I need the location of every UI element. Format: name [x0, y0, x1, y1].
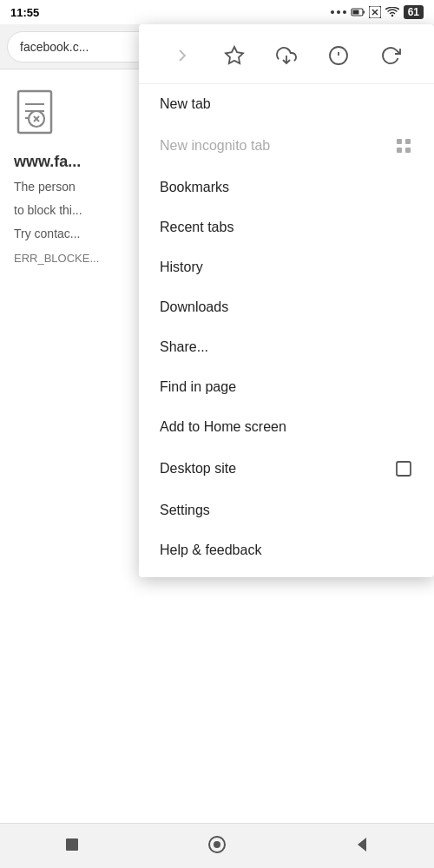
download-button[interactable] — [269, 38, 304, 73]
svg-point-1 — [337, 10, 340, 14]
battery-level: 61 — [404, 5, 424, 19]
menu-item-desktop-site-label: Desktop site — [160, 461, 236, 477]
menu-item-incognito-label: New incognito tab — [160, 138, 270, 154]
menu-item-history-label: History — [160, 260, 203, 275]
svg-point-28 — [214, 841, 220, 848]
menu-item-recent-tabs-label: Recent tabs — [160, 220, 233, 235]
stop-icon — [63, 836, 81, 853]
svg-rect-5 — [363, 11, 365, 14]
menu-item-downloads[interactable]: Downloads — [139, 287, 434, 327]
incognito-grid-icon — [394, 136, 413, 155]
stop-button[interactable] — [63, 836, 81, 857]
svg-rect-23 — [397, 148, 402, 153]
svg-rect-25 — [397, 462, 411, 476]
svg-point-2 — [343, 10, 346, 14]
menu-item-share-label: Share... — [160, 339, 208, 355]
menu-item-desktop-site[interactable]: Desktop site — [139, 447, 434, 490]
wifi-icon — [385, 7, 399, 17]
svg-point-0 — [331, 10, 334, 14]
battery-case-icon — [351, 7, 365, 17]
menu-item-help-feedback-label: Help & feedback — [160, 542, 261, 558]
menu-item-settings-label: Settings — [160, 503, 210, 518]
menu-item-settings[interactable]: Settings — [139, 490, 434, 530]
url-text: facebook.c... — [20, 40, 89, 54]
home-button[interactable] — [207, 835, 227, 858]
svg-marker-16 — [226, 47, 243, 63]
svg-rect-26 — [66, 838, 78, 851]
menu-item-help-feedback[interactable]: Help & feedback — [139, 530, 434, 570]
menu-item-bookmarks[interactable]: Bookmarks — [139, 168, 434, 207]
forward-button[interactable] — [165, 38, 200, 73]
menu-item-new-tab[interactable]: New tab — [139, 84, 434, 124]
status-time: 11:55 — [10, 6, 39, 19]
dropdown-menu: New tab New incognito tab Bookmarks Rece… — [139, 24, 434, 577]
svg-rect-22 — [405, 139, 411, 144]
menu-item-add-to-home[interactable]: Add to Home screen — [139, 407, 434, 447]
menu-item-new-incognito-tab[interactable]: New incognito tab — [139, 124, 434, 168]
svg-rect-4 — [352, 10, 358, 15]
menu-item-recent-tabs[interactable]: Recent tabs — [139, 207, 434, 247]
menu-item-history[interactable]: History — [139, 247, 434, 287]
svg-rect-24 — [405, 148, 411, 153]
status-icons: 61 — [331, 5, 424, 19]
x-icon — [369, 6, 381, 18]
menu-item-share[interactable]: Share... — [139, 327, 434, 367]
error-icon — [14, 87, 66, 139]
menu-item-new-tab-label: New tab — [160, 96, 211, 112]
status-bar: 11:55 61 — [0, 0, 434, 24]
back-button[interactable] — [353, 836, 371, 857]
menu-icon-row — [139, 24, 434, 84]
refresh-button[interactable] — [373, 38, 408, 73]
menu-item-bookmarks-label: Bookmarks — [160, 180, 229, 195]
menu-item-downloads-label: Downloads — [160, 299, 228, 315]
more-icon — [331, 10, 346, 15]
svg-marker-29 — [358, 838, 366, 852]
bookmark-button[interactable] — [217, 38, 252, 73]
desktop-site-checkbox-icon — [394, 459, 413, 478]
menu-item-add-to-home-label: Add to Home screen — [160, 419, 286, 435]
info-button[interactable] — [321, 38, 356, 73]
bottom-nav — [0, 823, 434, 868]
svg-rect-21 — [397, 139, 402, 144]
home-circle-icon — [207, 835, 227, 854]
menu-item-find-in-page-label: Find in page — [160, 379, 236, 395]
back-icon — [353, 836, 371, 853]
menu-item-find-in-page[interactable]: Find in page — [139, 367, 434, 407]
